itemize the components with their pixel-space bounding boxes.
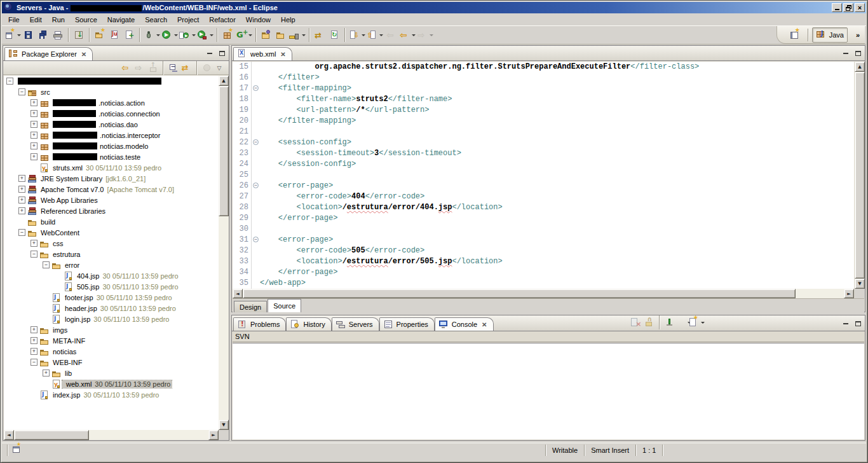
scroll-down-button[interactable]: ▼ [855,279,865,289]
tree-item-web-app-libraries[interactable]: +Web App Libraries [4,195,219,205]
new-javaee-button[interactable]: ★ [220,27,235,43]
previous-annotation-button[interactable]: ⇧ [366,27,384,43]
expand-icon[interactable]: + [18,197,25,204]
collapse-icon[interactable]: − [18,229,25,236]
expand-icon[interactable]: + [31,326,37,333]
fold-column[interactable] [251,73,260,83]
tree-item-noticias-dao[interactable]: +.noticias.dao [4,119,219,130]
scrollbar-thumb[interactable] [219,86,229,216]
expand-icon[interactable]: + [31,337,37,344]
up-button[interactable]: ↑ [147,62,159,74]
fold-column[interactable] [251,148,260,159]
scroll-left-button[interactable]: ◄ [233,289,243,298]
code-line[interactable]: 22− <session-config> [233,137,854,148]
fold-column[interactable] [251,278,260,289]
fold-column[interactable] [251,105,260,116]
tree-item-redacted-project[interactable]: − [4,76,219,86]
tree-item-estrutura[interactable]: −estrutura [4,249,219,259]
collapse-icon[interactable]: − [43,261,50,268]
code-line[interactable]: 23 <session-timeout>3</session-timeout> [233,148,854,159]
dropdown-arrow-icon[interactable] [17,34,21,36]
tree-item-footer-jsp[interactable]: Jfooter.jsp30 05/11/10 13:59 pedro [4,292,219,303]
tree-item-index-jsp[interactable]: Jindex.jsp30 05/11/10 13:59 pedro [4,389,219,400]
code-line[interactable]: 32 <error-code>505</error-code> [233,245,854,256]
code-line[interactable]: 34 </error-page> [233,267,854,278]
fold-column[interactable] [251,116,260,127]
tree-item-error[interactable]: −error [4,259,219,270]
menu-navigate[interactable]: Navigate [102,15,140,25]
fold-column[interactable]: − [251,137,260,148]
open-console-button[interactable]: ★ [690,317,703,329]
minimize-view-button[interactable] [841,319,851,328]
code-line[interactable]: 31− <error-page> [233,235,854,245]
tab-source[interactable]: Source [268,299,301,312]
restore-window-button[interactable] [843,3,853,12]
tree-item-meta-inf[interactable]: +META-INF [4,335,219,346]
minimize-editor-button[interactable] [841,49,851,58]
code-line[interactable]: 33 <location>/estrutura/error/505.jsp</l… [233,256,854,267]
fast-view-button[interactable]: ★ [11,445,22,456]
collapse-fold-icon[interactable]: − [253,237,259,242]
collapse-icon[interactable]: − [31,251,37,258]
tab-console[interactable]: Console✕ [435,317,494,331]
fold-column[interactable]: − [251,181,260,191]
code-line[interactable]: 15 org.apache.struts2.dispatcher.ng.filt… [233,62,854,73]
fold-column[interactable]: − [251,83,260,94]
console-output-area[interactable] [233,343,864,439]
tree-item-505-jsp[interactable]: J505.jsp30 05/11/10 13:59 pedro [4,281,219,292]
fold-column[interactable] [251,224,260,235]
run-button[interactable]: ▶ [161,27,179,43]
maximize-view-button[interactable] [853,319,863,328]
code-line[interactable]: 29 </error-page> [233,213,854,224]
close-window-button[interactable]: × [855,3,865,12]
close-view-icon[interactable]: ✕ [482,321,487,328]
tab-servers[interactable]: Servers [332,317,379,331]
tree-item-imgs[interactable]: +imgs [4,324,219,335]
refresh-button[interactable]: ↻ [327,27,342,43]
dropdown-arrow-icon[interactable] [174,34,178,36]
dropdown-arrow-icon[interactable] [156,34,160,36]
tree-vertical-scrollbar[interactable]: ▲ ▼ [219,76,229,430]
tree-item-login-jsp[interactable]: Jlogin.jsp30 05/11/10 13:59 pedro [4,314,219,324]
back-button[interactable]: ⇦ [120,62,133,74]
install-button[interactable]: ↓ [72,27,86,43]
open-resource-button[interactable] [274,27,288,43]
dropdown-arrow-icon[interactable] [379,34,383,36]
menu-run[interactable]: Run [47,15,70,25]
fold-column[interactable]: − [251,235,260,245]
code-line[interactable]: 19 <url-pattern>/*</url-pattern> [233,105,854,116]
editor-horizontal-scrollbar[interactable]: ◄ ► [233,289,854,298]
tab-problems[interactable]: !Problems [233,317,286,331]
tree-item-web-inf[interactable]: −WEB-INF [4,357,219,368]
code-line[interactable]: 35</web-app> [233,278,854,289]
tree-item-noticias-action[interactable]: +.noticias.action [4,97,219,108]
scrollbar-thumb[interactable] [14,430,89,440]
tree-item-build[interactable]: build [4,216,219,227]
scrollbar-thumb[interactable] [243,289,796,298]
tree-item-src[interactable]: −src [4,86,219,97]
expand-icon[interactable]: + [18,175,25,182]
scroll-up-button[interactable]: ▲ [219,76,229,86]
fold-column[interactable] [251,159,260,170]
menu-refactor[interactable]: Refactor [204,15,241,25]
tree-item-noticias-teste[interactable]: +noticias.teste [4,151,219,162]
code-line[interactable]: 20 </filter-mapping> [233,116,854,127]
expand-icon[interactable]: + [31,110,37,117]
dropdown-arrow-icon[interactable] [248,34,252,36]
xml-source-editor[interactable]: 15 org.apache.struts2.dispatcher.ng.filt… [233,62,854,289]
new-file-button[interactable]: + [122,27,137,43]
tab-history[interactable]: History [286,317,331,331]
java-perspective-button[interactable]: J Java [812,27,848,43]
run-history-button[interactable]: ▶ [179,27,196,43]
tree-item-noticias-modelo[interactable]: +noticias.modelo [4,141,219,151]
open-repository-button[interactable] [259,27,274,43]
editor-vertical-scrollbar[interactable]: ▲ ▼ [855,62,865,289]
tree-item-404-jsp[interactable]: J404.jsp30 05/11/10 13:59 pedro [4,270,219,281]
collapse-icon[interactable]: − [18,88,25,95]
tree-item-noticias[interactable]: +noticias [4,346,219,357]
dropdown-arrow-icon[interactable] [192,34,196,36]
scroll-lock-button[interactable]: ∩ [643,317,656,329]
expand-icon[interactable]: + [31,121,37,128]
junit-button[interactable]: Ju [107,27,122,43]
link-with-editor-button[interactable]: ⇄ [180,62,193,74]
